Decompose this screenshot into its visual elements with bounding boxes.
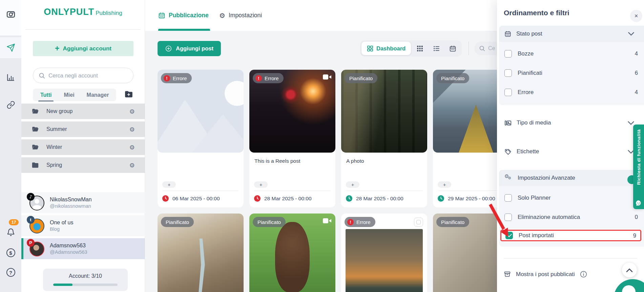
- add-account-button[interactable]: + Aggiungi account: [33, 41, 133, 56]
- checkbox[interactable]: [504, 69, 512, 77]
- tab-tutti[interactable]: Tutti: [36, 90, 56, 100]
- account-row-nikolassnowman[interactable]: ♪ NikolasSnowMan @nikolassnowman: [21, 192, 145, 213]
- folder-open-icon: [32, 108, 39, 115]
- accounts-sidebar: ONLYPULTPublishing + Aggiungi account Tu…: [21, 0, 145, 292]
- section-label: Tipo di media: [517, 119, 622, 126]
- checkbox[interactable]: [504, 50, 512, 58]
- post-card[interactable]: Pianificato A photo + 28 Mar 2025 - 00:0…: [341, 70, 427, 207]
- group-row-spring[interactable]: Spring ⚙: [21, 157, 145, 173]
- labels-section-header[interactable]: Etichette: [499, 143, 644, 160]
- folder-open-icon: [32, 143, 39, 151]
- tab-manager[interactable]: Manager: [82, 90, 114, 100]
- tab-label: Pubblicazione: [169, 12, 209, 19]
- group-row-summer[interactable]: Summer ⚙: [21, 121, 145, 137]
- group-settings-gear-icon[interactable]: ⚙: [129, 144, 135, 151]
- grid-view-button[interactable]: [412, 42, 428, 55]
- post-card[interactable]: Pianificato: [158, 214, 244, 292]
- checkbox[interactable]: [504, 214, 512, 221]
- group-settings-gear-icon[interactable]: ⚙: [129, 162, 135, 169]
- avatar: t: [29, 218, 44, 233]
- list-view-button[interactable]: [429, 42, 444, 55]
- pinterest-icon: P: [27, 239, 35, 247]
- add-post-button[interactable]: Aggiungi post: [158, 41, 221, 56]
- calendar-view-button[interactable]: [445, 42, 460, 55]
- add-label-button[interactable]: +: [162, 181, 176, 188]
- add-label-button[interactable]: +: [438, 181, 451, 188]
- clock-error-icon: [162, 195, 169, 202]
- checkbox-checked[interactable]: [505, 232, 513, 239]
- scroll-to-top-button[interactable]: [622, 263, 637, 277]
- onlypult-app: 17 $ ? ONLYPULTPublishing + Aggiungi acc…: [0, 0, 644, 292]
- group-settings-gear-icon[interactable]: ⚙: [129, 126, 135, 133]
- account-handle: @Adamsnow563: [50, 249, 87, 255]
- chat-widget-logo: [622, 285, 636, 292]
- divider: [162, 190, 239, 191]
- post-card[interactable]: Pianificato: [249, 214, 335, 292]
- brand-suffix: Publishing: [96, 10, 122, 16]
- group-row-winter[interactable]: Winter ⚙: [21, 139, 145, 155]
- dashboard-label: Dashboard: [376, 45, 406, 52]
- advanced-section-header[interactable]: ⚙⚙ Impostazioni Avanzate: [499, 170, 644, 186]
- status-section-header[interactable]: Stato post: [499, 26, 644, 42]
- account-search[interactable]: [33, 68, 133, 83]
- media-type-section-header[interactable]: Tipo di media: [499, 114, 644, 131]
- carousel-icon: [414, 218, 423, 227]
- links-icon[interactable]: [6, 100, 16, 110]
- filter-row-pianificati[interactable]: Pianificati 6: [499, 63, 644, 83]
- tab-miei[interactable]: Miei: [59, 90, 79, 100]
- search-placeholder: Ce: [488, 45, 495, 51]
- account-search-input[interactable]: [48, 72, 128, 79]
- close-icon[interactable]: ×: [630, 10, 642, 22]
- post-card[interactable]: !Errore: [341, 214, 427, 292]
- post-caption: A photo: [346, 158, 364, 164]
- calendar-icon: [158, 12, 165, 19]
- analytics-icon[interactable]: [6, 72, 16, 82]
- dashboard-view-button[interactable]: Dashboard: [361, 42, 411, 55]
- filter-row-solo-planner[interactable]: Solo Planner: [499, 188, 644, 207]
- quota-label: Account: 3/10: [43, 273, 128, 279]
- group-settings-gear-icon[interactable]: ⚙: [129, 108, 135, 115]
- feature-request-tab[interactable]: Richiesta di funzionalità: [633, 125, 644, 209]
- add-account-label: Aggiungi account: [63, 45, 111, 52]
- filter-row-post-importati annotation-highlight[interactable]: Post importati 9: [500, 230, 641, 241]
- show-published-toggle[interactable]: Mostra i post pubblicati: [504, 271, 587, 278]
- post-card[interactable]: !Errore This is a Reels post + 28 Mar 20…: [249, 70, 335, 207]
- gears-icon: ⚙⚙: [504, 174, 513, 182]
- advanced-options: Solo Planner Eliminazione automatica 0 P…: [499, 186, 644, 247]
- account-row-one-of-us[interactable]: t One of us Blog: [21, 215, 145, 236]
- help-icon[interactable]: ?: [6, 268, 16, 277]
- post-card[interactable]: !Errore + 06 Mar 2025 - 00:00: [158, 70, 244, 207]
- account-tabs: Tutti Miei Manager: [33, 89, 116, 101]
- group-row-new-group[interactable]: New group ⚙: [21, 104, 145, 119]
- camera-tile[interactable]: [0, 0, 21, 36]
- account-quota: Account: 3/10: [43, 269, 128, 291]
- account-name: One of us: [50, 219, 73, 226]
- add-label-button[interactable]: +: [254, 181, 268, 188]
- filter-row-bozze[interactable]: Bozze 4: [499, 44, 644, 63]
- checkbox[interactable]: [504, 194, 512, 202]
- filter-count: 4: [635, 50, 638, 57]
- add-label-button[interactable]: +: [346, 181, 359, 188]
- divider: [346, 190, 422, 191]
- video-icon: [323, 218, 331, 225]
- plus-circle-icon: [165, 45, 172, 52]
- billing-icon[interactable]: $: [6, 248, 16, 257]
- filter-row-errore[interactable]: Errore 4: [499, 83, 644, 102]
- checkbox[interactable]: [504, 89, 512, 96]
- list-icon: [433, 45, 440, 52]
- post-date: 29 Mar 2025 - 00:00: [448, 196, 495, 202]
- publishing-send-icon[interactable]: [6, 43, 16, 52]
- camera-icon: [6, 9, 16, 19]
- notifications-bell-icon[interactable]: [6, 227, 16, 237]
- account-row-adamsnow563[interactable]: P Adamsnow563 @Adamsnow563: [21, 238, 145, 259]
- tab-pubblicazione[interactable]: Pubblicazione: [158, 0, 209, 31]
- account-handle: @nikolassnowman: [50, 203, 92, 209]
- add-folder-icon[interactable]: [124, 90, 133, 99]
- tab-impostazioni[interactable]: ⚙ Impostazioni: [219, 0, 262, 31]
- chevron-up-icon: [626, 268, 633, 272]
- post-footer: 29 Mar 2025 - 00:00: [438, 195, 495, 202]
- status-badge: Pianificato: [161, 217, 194, 227]
- filter-row-eliminazione-automatica[interactable]: Eliminazione automatica 0: [499, 207, 644, 227]
- filter-count: 9: [633, 232, 636, 239]
- group-name: Summer: [46, 126, 122, 132]
